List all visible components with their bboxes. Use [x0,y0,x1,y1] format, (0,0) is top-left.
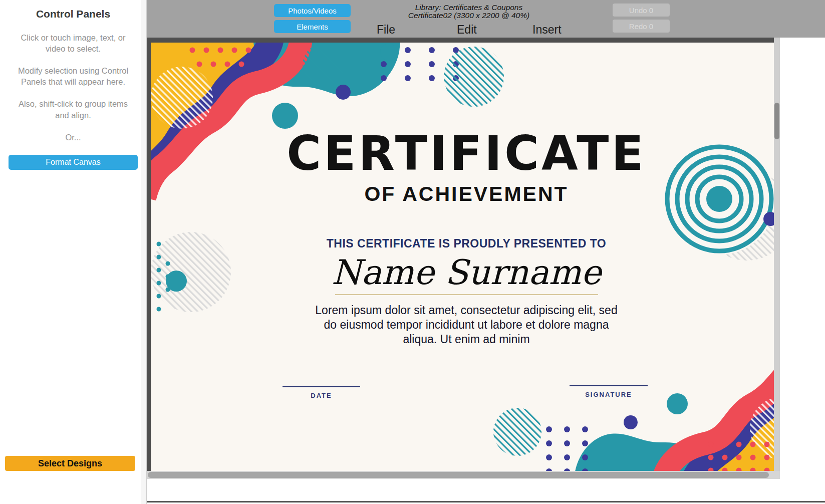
certificate-title[interactable]: CERTIFICATE [151,128,774,179]
signature-line [570,385,648,386]
vertical-scrollbar[interactable] [774,38,780,471]
sidebar-help-text: Also, shift-click to group items and ali… [14,98,132,120]
select-designs-button[interactable]: Select Designs [5,456,135,471]
content-area: CERTIFICATE OF ACHIEVEMENT THIS CERTIFIC… [147,38,825,504]
library-info: Library: Certificates & Coupons Certific… [130,4,808,20]
sidebar-title: Control Panels [0,8,146,20]
main-area: Photos/Videos Elements Library: Certific… [147,0,825,504]
window-bottom-edge [147,501,825,502]
signature-block[interactable]: SIGNATURE [570,385,648,398]
sidebar-or-text: Or... [14,132,132,143]
library-name: Library: Certificates & Coupons [130,4,808,12]
canvas-viewport: CERTIFICATE OF ACHIEVEMENT THIS CERTIFIC… [147,38,774,471]
horizontal-scrollbar-thumb[interactable] [148,472,769,478]
app-window: Control Panels Click or touch image, tex… [0,0,825,504]
recipient-name-text[interactable]: Name Surname [151,253,774,292]
signature-label[interactable]: SIGNATURE [570,391,648,398]
presented-to-text[interactable]: THIS CERTIFICATE IS PROUDLY PRESENTED TO [151,237,774,250]
sidebar-help-text: Click or touch image, text, or video to … [14,32,132,54]
certificate-canvas[interactable]: CERTIFICATE OF ACHIEVEMENT THIS CERTIFIC… [151,43,774,471]
format-canvas-button[interactable]: Format Canvas [9,155,138,170]
date-block[interactable]: DATE [283,386,360,399]
menu-edit[interactable]: Edit [457,23,477,37]
top-toolbar: Photos/Videos Elements Library: Certific… [147,0,825,38]
elements-button[interactable]: Elements [274,20,351,33]
sidebar-scrollbar[interactable] [141,0,146,504]
document-name: Certificate02 (3300 x 2200 @ 40%) [130,12,808,20]
horizontal-scrollbar[interactable] [147,471,780,479]
certificate-subtitle[interactable]: OF ACHIEVEMENT [151,182,774,206]
vertical-scrollbar-thumb[interactable] [774,103,779,139]
menu-file[interactable]: File [377,23,395,37]
certificate-body-text[interactable]: Lorem ipsum dolor sit amet, consectetur … [309,303,624,347]
control-panels-sidebar: Control Panels Click or touch image, tex… [0,0,147,504]
undo-button[interactable]: Undo 0 [613,4,670,17]
canvas-column: CERTIFICATE OF ACHIEVEMENT THIS CERTIFIC… [147,38,780,504]
date-label[interactable]: DATE [283,392,360,399]
menu-insert[interactable]: Insert [532,23,562,37]
canvas-frame: CERTIFICATE OF ACHIEVEMENT THIS CERTIFIC… [147,38,780,471]
certificate-text: CERTIFICATE OF ACHIEVEMENT THIS CERTIFIC… [151,43,774,347]
name-underline [335,294,598,295]
redo-button[interactable]: Redo 0 [613,20,670,33]
right-gap [780,38,825,504]
sidebar-help-text: Modify selection using Control Panels th… [14,65,132,87]
date-line [283,386,360,387]
